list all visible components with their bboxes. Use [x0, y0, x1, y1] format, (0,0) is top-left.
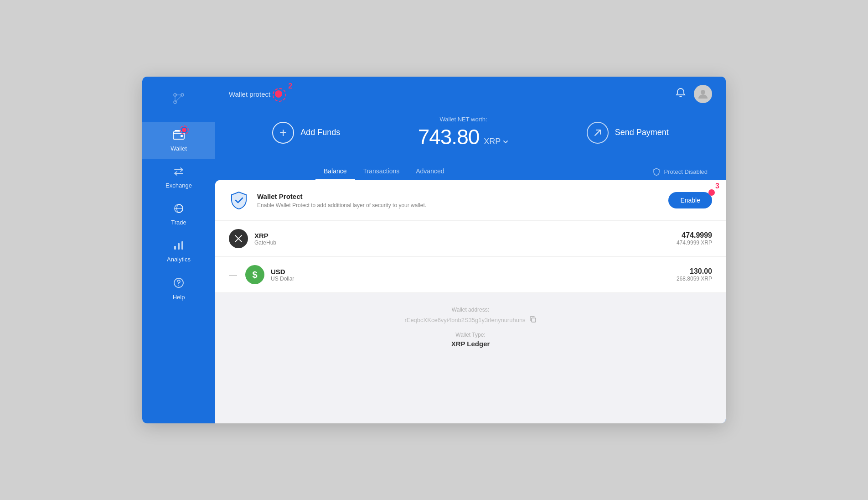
wallet-protect-number: 2 [288, 82, 292, 90]
main-content: Wallet protect 2 [215, 77, 726, 423]
sidebar-item-exchange[interactable]: Exchange [142, 159, 215, 196]
exchange-icon [173, 167, 185, 179]
wallet-address-label: Wallet address: [229, 307, 712, 313]
net-worth-amount: 743.80 [418, 125, 480, 149]
usd-currency-row[interactable]: — $ USD US Dollar 130.00 268.8059 XRP [215, 257, 726, 293]
xrp-name: XRP [254, 232, 276, 240]
usd-xrp-amount: 268.8059 XRP [677, 276, 712, 282]
shield-icon [652, 167, 661, 176]
xrp-provider: GateHub [254, 240, 276, 246]
add-funds-icon: + [272, 122, 294, 144]
sidebar-item-wallet-label: Wallet [170, 145, 187, 152]
footer-info: Wallet address: rEeqbcXKce6vyi4bnb2S35g1… [215, 293, 726, 361]
svg-rect-10 [178, 243, 180, 250]
tab-transactions[interactable]: Transactions [355, 163, 408, 180]
usd-info: USD US Dollar [271, 268, 294, 282]
usd-icon: $ [245, 265, 264, 284]
top-bar-actions [676, 85, 712, 103]
svg-point-13 [178, 285, 179, 286]
enable-button-wrapper: Enable 3 [668, 192, 712, 208]
wallet-badge-outline [180, 125, 189, 135]
wallet-protect-row: Wallet Protect Enable Wallet Protect to … [215, 180, 726, 221]
svg-rect-11 [181, 241, 183, 250]
user-avatar[interactable] [694, 85, 712, 103]
help-icon [173, 277, 184, 291]
wallet-protect-title: Wallet Protect [257, 193, 660, 200]
send-payment-label: Send Payment [615, 128, 669, 137]
enable-badge-number: 3 [715, 182, 719, 190]
sidebar-item-help[interactable]: Help [142, 270, 215, 308]
sidebar: Wallet Exchange Trade [142, 77, 215, 423]
hero-section: + Add Funds Wallet NET worth: 743.80 XRP [215, 111, 726, 163]
svg-rect-7 [181, 135, 183, 137]
usd-name: USD [271, 268, 294, 276]
analytics-icon [173, 240, 184, 253]
usd-amount: 130.00 [677, 267, 712, 276]
xrp-icon [229, 229, 248, 248]
add-funds-label: Add Funds [300, 128, 340, 137]
wallet-type-label: Wallet Type: [229, 332, 712, 338]
wallet-icon [173, 130, 185, 142]
wallet-protect-info: Wallet Protect Enable Wallet Protect to … [257, 193, 660, 208]
sidebar-item-exchange-label: Exchange [165, 182, 192, 189]
wallet-address: rEeqbcXKce6vyi4bnb2S35g1y3rlenynuruhuns [229, 316, 712, 324]
xrp-info: XRP GateHub [254, 232, 276, 246]
svg-point-14 [701, 90, 705, 94]
xrp-amount: 474.9999 [677, 231, 712, 240]
wallet-protect-description: Enable Wallet Protect to add additional … [257, 202, 660, 208]
enable-button[interactable]: Enable [668, 192, 712, 208]
trade-icon [173, 203, 184, 216]
top-bar: Wallet protect 2 [215, 77, 726, 111]
usd-minus-icon: — [229, 270, 237, 280]
sidebar-item-analytics[interactable]: Analytics [142, 233, 215, 270]
wallet-protect-shield-icon [229, 190, 249, 210]
send-payment-button[interactable]: Send Payment [587, 122, 669, 144]
xrp-currency-row[interactable]: XRP GateHub 474.9999 474.9999 XRP [215, 221, 726, 257]
sidebar-item-analytics-label: Analytics [167, 256, 191, 263]
wallet-protect-label: Wallet protect [229, 90, 270, 98]
wallet-protect-button[interactable]: Wallet protect 2 [229, 90, 282, 98]
net-worth-section: Wallet NET worth: 743.80 XRP [418, 116, 509, 149]
svg-rect-9 [174, 246, 176, 250]
usd-amounts: 130.00 268.8059 XRP [677, 267, 712, 282]
add-funds-button[interactable]: + Add Funds [272, 122, 340, 144]
xrp-row-left: XRP GateHub [229, 229, 668, 248]
xrp-amounts: 474.9999 474.9999 XRP [677, 231, 712, 246]
sidebar-item-wallet[interactable]: Wallet [142, 122, 215, 159]
protect-status-label: Protect Disabled [664, 168, 708, 175]
sidebar-item-help-label: Help [173, 294, 185, 301]
notification-button[interactable] [676, 88, 686, 100]
svg-rect-15 [532, 318, 536, 322]
net-worth-currency[interactable]: XRP [484, 137, 509, 146]
wallet-protect-dot: 2 [275, 90, 282, 98]
usd-row-left: — $ USD US Dollar [229, 265, 668, 284]
wallet-address-value: rEeqbcXKce6vyi4bnb2S35g1y3rlenynuruhuns [404, 317, 525, 323]
tabs-bar: Balance Transactions Advanced Protect Di… [215, 163, 726, 180]
sidebar-item-trade-label: Trade [171, 219, 186, 226]
sidebar-logo [170, 90, 187, 109]
sidebar-item-trade[interactable]: Trade [142, 196, 215, 233]
content-area: Wallet Protect Enable Wallet Protect to … [215, 180, 726, 423]
send-payment-icon [587, 122, 609, 144]
tab-advanced[interactable]: Advanced [408, 163, 452, 180]
xrp-xrp-amount: 474.9999 XRP [677, 240, 712, 246]
enable-badge [708, 189, 715, 196]
usd-provider: US Dollar [271, 276, 294, 282]
copy-icon[interactable] [529, 316, 537, 324]
tab-balance[interactable]: Balance [315, 163, 355, 180]
wallet-type-value: XRP Ledger [229, 340, 712, 348]
net-worth-label: Wallet NET worth: [418, 116, 509, 123]
protect-status: Protect Disabled [652, 167, 708, 176]
